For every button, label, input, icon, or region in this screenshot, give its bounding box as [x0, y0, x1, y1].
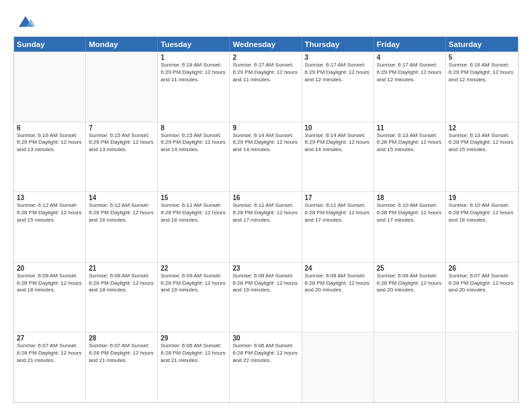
cell-text: Sunrise: 6:16 AM Sunset: 6:29 PM Dayligh… [17, 132, 83, 154]
day-number: 22 [161, 265, 226, 272]
day-number: 17 [305, 194, 371, 201]
day-number: 14 [89, 194, 154, 201]
cal-header-cell: Sunday [14, 37, 86, 52]
cell-text: Sunrise: 6:13 AM Sunset: 6:28 PM Dayligh… [377, 132, 443, 154]
cell-text: Sunrise: 6:11 AM Sunset: 6:28 PM Dayligh… [305, 202, 371, 224]
cal-cell [14, 52, 86, 122]
cal-cell: 17Sunrise: 6:11 AM Sunset: 6:28 PM Dayli… [302, 192, 374, 262]
cal-cell [302, 332, 374, 402]
day-number: 1 [161, 54, 226, 61]
day-number: 28 [89, 334, 154, 342]
day-number: 26 [449, 265, 515, 272]
cell-text: Sunrise: 6:08 AM Sunset: 6:28 PM Dayligh… [377, 273, 443, 294]
day-number: 20 [17, 265, 83, 272]
cell-text: Sunrise: 6:18 AM Sunset: 6:29 PM Dayligh… [161, 62, 226, 83]
day-number: 9 [232, 124, 298, 132]
cell-text: Sunrise: 6:06 AM Sunset: 6:28 PM Dayligh… [161, 342, 226, 364]
cell-text: Sunrise: 6:17 AM Sunset: 6:29 PM Dayligh… [232, 62, 298, 83]
cal-cell: 5Sunrise: 6:16 AM Sunset: 6:29 PM Daylig… [446, 52, 518, 122]
cell-text: Sunrise: 6:07 AM Sunset: 6:28 PM Dayligh… [17, 342, 83, 364]
cell-text: Sunrise: 6:17 AM Sunset: 6:29 PM Dayligh… [305, 62, 371, 83]
cal-cell: 11Sunrise: 6:13 AM Sunset: 6:28 PM Dayli… [374, 122, 446, 192]
cell-text: Sunrise: 6:06 AM Sunset: 6:28 PM Dayligh… [232, 342, 298, 364]
day-number: 30 [232, 334, 298, 342]
cal-row: 20Sunrise: 6:09 AM Sunset: 6:28 PM Dayli… [14, 263, 518, 333]
day-number: 7 [89, 124, 154, 132]
logo [13, 12, 35, 31]
cell-text: Sunrise: 6:11 AM Sunset: 6:28 PM Dayligh… [232, 202, 298, 224]
day-number: 15 [161, 194, 226, 201]
day-number: 2 [232, 54, 298, 61]
day-number: 16 [232, 194, 298, 201]
cell-text: Sunrise: 6:12 AM Sunset: 6:28 PM Dayligh… [17, 202, 83, 224]
day-number: 23 [232, 265, 298, 272]
header [13, 12, 519, 31]
cal-cell: 16Sunrise: 6:11 AM Sunset: 6:28 PM Dayli… [230, 192, 302, 262]
day-number: 5 [449, 54, 515, 61]
cal-header-cell: Thursday [302, 37, 374, 52]
cal-row: 27Sunrise: 6:07 AM Sunset: 6:28 PM Dayli… [14, 332, 518, 402]
cal-cell: 3Sunrise: 6:17 AM Sunset: 6:29 PM Daylig… [302, 52, 374, 122]
cal-cell: 6Sunrise: 6:16 AM Sunset: 6:29 PM Daylig… [14, 122, 86, 192]
cal-cell: 14Sunrise: 6:12 AM Sunset: 6:28 PM Dayli… [86, 192, 158, 262]
cal-cell [86, 52, 158, 122]
day-number: 3 [305, 54, 371, 61]
cell-text: Sunrise: 6:16 AM Sunset: 6:29 PM Dayligh… [449, 62, 515, 83]
day-number: 8 [161, 124, 226, 132]
calendar: SundayMondayTuesdayWednesdayThursdayFrid… [13, 36, 519, 403]
logo-icon [16, 12, 35, 31]
cal-cell: 9Sunrise: 6:14 AM Sunset: 6:29 PM Daylig… [230, 122, 302, 192]
cal-cell: 25Sunrise: 6:08 AM Sunset: 6:28 PM Dayli… [374, 263, 446, 332]
cell-text: Sunrise: 6:10 AM Sunset: 6:28 PM Dayligh… [377, 202, 443, 224]
cal-row: 13Sunrise: 6:12 AM Sunset: 6:28 PM Dayli… [14, 192, 518, 263]
day-number: 19 [449, 194, 515, 201]
cell-text: Sunrise: 6:15 AM Sunset: 6:29 PM Dayligh… [89, 132, 154, 154]
cal-cell: 18Sunrise: 6:10 AM Sunset: 6:28 PM Dayli… [374, 192, 446, 262]
calendar-body: 1Sunrise: 6:18 AM Sunset: 6:29 PM Daylig… [14, 52, 518, 402]
cal-cell: 8Sunrise: 6:15 AM Sunset: 6:29 PM Daylig… [158, 122, 230, 192]
cal-cell [374, 332, 446, 402]
cell-text: Sunrise: 6:14 AM Sunset: 6:29 PM Dayligh… [232, 132, 298, 154]
cal-header-cell: Tuesday [158, 37, 230, 52]
day-number: 10 [305, 124, 371, 132]
day-number: 13 [17, 194, 83, 201]
cal-cell: 28Sunrise: 6:07 AM Sunset: 6:28 PM Dayli… [86, 332, 158, 402]
day-number: 25 [377, 265, 443, 272]
cell-text: Sunrise: 6:09 AM Sunset: 6:28 PM Dayligh… [161, 273, 226, 294]
cal-cell: 7Sunrise: 6:15 AM Sunset: 6:29 PM Daylig… [86, 122, 158, 192]
cal-cell: 21Sunrise: 6:09 AM Sunset: 6:28 PM Dayli… [86, 263, 158, 332]
cal-cell: 12Sunrise: 6:13 AM Sunset: 6:28 PM Dayli… [446, 122, 518, 192]
day-number: 24 [305, 265, 371, 272]
day-number: 11 [377, 124, 443, 132]
cal-cell: 30Sunrise: 6:06 AM Sunset: 6:28 PM Dayli… [230, 332, 302, 402]
cal-header-cell: Wednesday [230, 37, 302, 52]
cal-cell: 23Sunrise: 6:08 AM Sunset: 6:28 PM Dayli… [230, 263, 302, 332]
cell-text: Sunrise: 6:10 AM Sunset: 6:28 PM Dayligh… [449, 202, 515, 224]
cal-cell: 10Sunrise: 6:14 AM Sunset: 6:29 PM Dayli… [302, 122, 374, 192]
day-number: 29 [161, 334, 226, 342]
cell-text: Sunrise: 6:08 AM Sunset: 6:28 PM Dayligh… [232, 273, 298, 294]
cell-text: Sunrise: 6:17 AM Sunset: 6:29 PM Dayligh… [377, 62, 443, 83]
cal-header-cell: Friday [374, 37, 446, 52]
cell-text: Sunrise: 6:12 AM Sunset: 6:28 PM Dayligh… [89, 202, 154, 224]
cell-text: Sunrise: 6:11 AM Sunset: 6:28 PM Dayligh… [161, 202, 226, 224]
calendar-header-row: SundayMondayTuesdayWednesdayThursdayFrid… [14, 37, 518, 52]
cal-cell: 20Sunrise: 6:09 AM Sunset: 6:28 PM Dayli… [14, 263, 86, 332]
cal-cell: 13Sunrise: 6:12 AM Sunset: 6:28 PM Dayli… [14, 192, 86, 262]
cal-cell: 15Sunrise: 6:11 AM Sunset: 6:28 PM Dayli… [158, 192, 230, 262]
cell-text: Sunrise: 6:09 AM Sunset: 6:28 PM Dayligh… [89, 273, 154, 294]
day-number: 21 [89, 265, 154, 272]
cell-text: Sunrise: 6:07 AM Sunset: 6:28 PM Dayligh… [89, 342, 154, 364]
cal-row: 6Sunrise: 6:16 AM Sunset: 6:29 PM Daylig… [14, 122, 518, 193]
cell-text: Sunrise: 6:13 AM Sunset: 6:28 PM Dayligh… [449, 132, 515, 154]
page: SundayMondayTuesdayWednesdayThursdayFrid… [0, 0, 532, 411]
day-number: 4 [377, 54, 443, 61]
cell-text: Sunrise: 6:09 AM Sunset: 6:28 PM Dayligh… [17, 273, 83, 294]
cal-cell: 27Sunrise: 6:07 AM Sunset: 6:28 PM Dayli… [14, 332, 86, 402]
cal-cell: 22Sunrise: 6:09 AM Sunset: 6:28 PM Dayli… [158, 263, 230, 332]
cell-text: Sunrise: 6:08 AM Sunset: 6:28 PM Dayligh… [305, 273, 371, 294]
cal-cell [446, 332, 518, 402]
cell-text: Sunrise: 6:07 AM Sunset: 6:28 PM Dayligh… [449, 273, 515, 294]
day-number: 18 [377, 194, 443, 201]
cal-cell: 1Sunrise: 6:18 AM Sunset: 6:29 PM Daylig… [158, 52, 230, 122]
